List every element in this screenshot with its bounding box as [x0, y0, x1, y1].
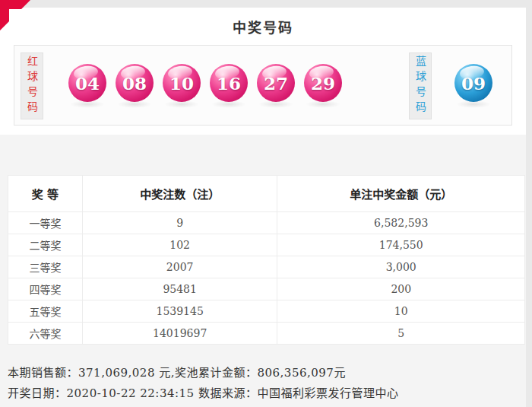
prize-amount: 6,582,593 [277, 212, 525, 234]
prize-tier: 三等奖 [8, 256, 83, 278]
win-count: 1539145 [82, 300, 277, 323]
lottery-result-page: 中奖号码 红球号码 04 08 10 16 27 29 蓝球号码 [0, 0, 532, 407]
red-ball: 29 [304, 64, 342, 102]
table-row: 二等奖 102 174,550 [8, 234, 525, 256]
red-ball-number: 04 [75, 73, 100, 94]
draw-date-source-line: 开奖日期：2020-10-22 22:34:15 数据来源：中国福利彩票发行管理… [8, 384, 398, 400]
table-row: 三等奖 2007 3,000 [8, 256, 525, 278]
blue-ball-number: 09 [461, 73, 486, 94]
red-ball-number: 27 [264, 73, 288, 94]
red-ball-number: 08 [122, 73, 147, 94]
prize-amount: 5 [277, 323, 525, 345]
blue-ball: 09 [454, 64, 492, 102]
win-count: 9 [82, 212, 277, 234]
win-count: 14019697 [82, 323, 277, 345]
prize-amount: 200 [277, 278, 525, 300]
prize-tier: 二等奖 [8, 234, 83, 256]
table-header-row: 奖 等 中奖注数（注） 单注中奖金额（元） [8, 176, 525, 212]
red-ball: 27 [257, 64, 295, 102]
red-ball-number: 29 [311, 73, 335, 94]
prize-tier: 四等奖 [8, 278, 83, 300]
right-edge-band [526, 0, 532, 407]
header-win-count: 中奖注数（注） [82, 176, 277, 212]
table-row: 五等奖 1539145 10 [8, 300, 525, 323]
sales-summary-line: 本期销售额：371,069,028 元,奖池累计金额：806,356,097元 [8, 364, 346, 380]
prize-amount: 174,550 [277, 234, 525, 256]
red-ball: 16 [210, 64, 248, 102]
prize-amount: 3,000 [277, 256, 525, 278]
top-edge-band [0, 0, 532, 8]
red-ball-label: 红球号码 [21, 52, 43, 119]
win-count: 2007 [82, 256, 277, 278]
table-row: 一等奖 9 6,582,593 [8, 212, 525, 234]
table-row: 四等奖 95481 200 [8, 278, 525, 300]
header-prize-amount: 单注中奖金额（元） [277, 176, 525, 212]
prize-tier: 六等奖 [8, 323, 83, 345]
red-ball: 08 [116, 64, 154, 102]
table-row: 六等奖 14019697 5 [8, 323, 525, 345]
header-prize-tier: 奖 等 [8, 176, 83, 212]
win-count: 95481 [82, 278, 277, 300]
prize-amount: 10 [277, 300, 525, 323]
results-section: 奖 等 中奖注数（注） 单注中奖金额（元） 一等奖 9 6,582,593 二等… [0, 135, 532, 407]
prize-tier: 一等奖 [8, 212, 83, 234]
ball-panel: 红球号码 04 08 10 16 27 29 蓝球号码 09 [14, 45, 512, 126]
win-count: 102 [82, 234, 277, 256]
blue-ball-label: 蓝球号码 [409, 52, 432, 119]
red-ball-number: 10 [169, 73, 194, 94]
prize-tier: 五等奖 [8, 300, 83, 323]
red-ball: 04 [68, 64, 106, 102]
winning-numbers-title: 中奖号码 [0, 17, 526, 37]
results-table: 奖 等 中奖注数（注） 单注中奖金额（元） 一等奖 9 6,582,593 二等… [8, 175, 525, 345]
red-ball: 10 [163, 64, 201, 102]
red-ball-number: 16 [217, 73, 241, 94]
red-balls-row: 04 08 10 16 27 29 [68, 64, 342, 102]
